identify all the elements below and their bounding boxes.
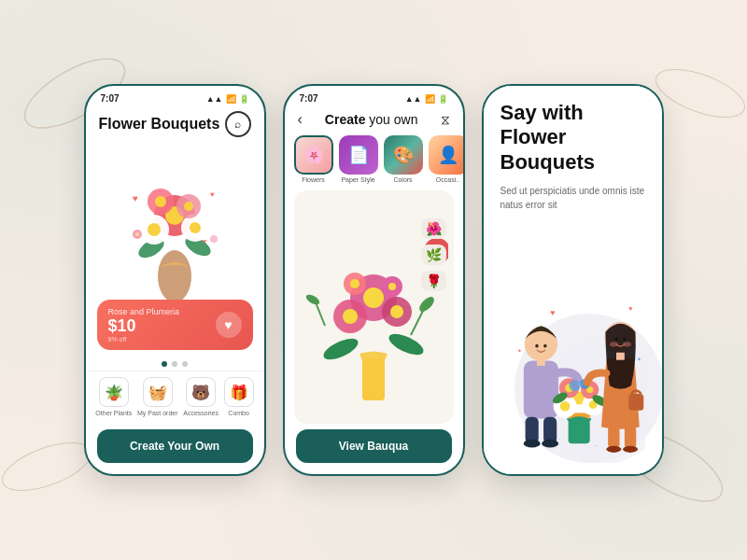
chip-img-colors: 🎨 [384, 135, 423, 175]
combo-label: Combo [228, 410, 249, 416]
svg-rect-19 [362, 358, 385, 400]
dot-1[interactable] [162, 361, 167, 367]
phone2-header: ‹ Create you own ⧖ [285, 107, 463, 135]
svg-point-25 [343, 309, 358, 324]
battery-icon-1: 🔋 [239, 94, 249, 104]
svg-rect-65 [616, 353, 625, 360]
battery-icon-2: 🔋 [438, 94, 448, 104]
category-past-order[interactable]: 🧺 My Past order [137, 377, 178, 416]
past-order-label: My Past order [137, 410, 178, 416]
category-chips: 🌸 Flowers 📄 Paper Style 🎨 Colors 👤 [285, 135, 463, 190]
svg-point-17 [135, 232, 139, 236]
accessories-label: Accessories [183, 410, 218, 416]
svg-point-18 [210, 235, 218, 243]
time-1: 7:07 [101, 93, 120, 104]
sticker-1[interactable]: 🌺 [421, 218, 446, 239]
plants-icon: 🪴 [99, 377, 129, 407]
back-button[interactable]: ‹ [298, 111, 303, 128]
filter-button[interactable]: ⧖ [441, 112, 450, 128]
svg-rect-42 [536, 359, 544, 366]
svg-text:·: · [558, 436, 560, 443]
couple-illustration: ♥ ♥ ✦ ✦ · · [500, 223, 645, 463]
phone1-header: Flower Bouquets ⌕ [86, 107, 264, 145]
category-plants[interactable]: 🪴 Other Plants [95, 377, 132, 416]
signal-icon-2: ▲▲ [405, 94, 422, 104]
phone-3: Say with Flower Bouquets Sed ut perspici… [482, 84, 664, 476]
chip-paper[interactable]: 📄 Paper Style [339, 135, 378, 183]
svg-text:✦: ✦ [637, 356, 641, 362]
sticker-3[interactable]: 🌹 [421, 271, 446, 291]
search-button[interactable]: ⌕ [225, 111, 251, 137]
product-discount: 9% off [108, 336, 180, 343]
svg-point-33 [416, 294, 436, 314]
favorite-button[interactable]: ♥ [216, 312, 242, 338]
colors-chip-icon: 🎨 [384, 135, 423, 175]
svg-point-69 [623, 446, 638, 453]
chip-img-occasion: 👤 [429, 135, 463, 175]
svg-line-34 [316, 302, 325, 326]
couple-svg: ♥ ♥ ✦ ✦ · · [500, 267, 645, 463]
category-combo[interactable]: 🎁 Combo [224, 377, 254, 416]
accessories-icon: 🐻 [186, 377, 216, 407]
svg-point-23 [363, 287, 384, 308]
product-price: $10 [108, 316, 180, 336]
past-order-icon: 🧺 [143, 377, 173, 407]
svg-point-20 [320, 334, 360, 363]
couple-svg-container: ♥ ♥ ✦ ✦ · · [500, 223, 645, 463]
svg-point-8 [190, 222, 201, 233]
card-info: Rose and Plumeria $10 9% off [108, 307, 180, 343]
paper-chip-icon: 📄 [339, 135, 378, 175]
signal-icon-1: ▲▲ [206, 94, 223, 104]
svg-text:♥: ♥ [133, 193, 138, 203]
view-bauqua-button[interactable]: View Bauqua [296, 429, 452, 463]
svg-point-73 [609, 342, 617, 346]
carousel-dots [86, 357, 264, 371]
title-rest-2: you own [369, 112, 417, 127]
chip-colors[interactable]: 🎨 Colors [384, 135, 423, 183]
sticker-2[interactable]: 🌿 [421, 245, 446, 265]
wifi-icon-1: 📶 [226, 94, 236, 104]
svg-point-68 [606, 446, 621, 453]
bouquet-area: ♥ ♥ ♥ [86, 145, 264, 300]
chip-occasion[interactable]: 👤 Occasi.. [429, 135, 463, 183]
dot-2[interactable] [172, 361, 177, 367]
svg-text:♥: ♥ [550, 308, 555, 317]
sticker-panel: 🌺 🌿 🌹 [421, 218, 446, 291]
phone-1: 7:07 ▲▲ 📶 🔋 Flower Bouquets ⌕ [84, 84, 266, 476]
chip-label-colors: Colors [393, 176, 412, 183]
svg-text:♥: ♥ [203, 238, 206, 245]
svg-point-35 [304, 293, 321, 307]
heart-icon: ♥ [224, 317, 232, 332]
svg-text:♥: ♥ [210, 190, 215, 199]
svg-rect-40 [523, 361, 557, 419]
svg-point-60 [569, 380, 580, 391]
category-accessories[interactable]: 🐻 Accessories [183, 377, 218, 416]
svg-text:♥: ♥ [628, 305, 632, 313]
svg-text:✦: ✦ [516, 347, 521, 354]
svg-point-12 [184, 202, 193, 211]
phone3-subtitle: Sed ut perspiciatis unde omnis iste natu… [500, 184, 645, 212]
svg-point-27 [390, 305, 403, 318]
chip-label-flowers: Flowers [302, 176, 325, 183]
chip-label-paper: Paper Style [341, 176, 374, 183]
dot-3[interactable] [182, 361, 188, 367]
design-canvas[interactable]: 🌺 🌿 🌹 [294, 190, 454, 424]
chip-flowers[interactable]: 🌸 Flowers [294, 135, 333, 183]
svg-point-10 [155, 196, 166, 207]
combo-icon: 🎁 [224, 377, 254, 407]
phone2-title: Create you own [325, 112, 418, 127]
product-card[interactable]: Rose and Plumeria $10 9% off ♥ [97, 300, 253, 350]
status-bar-1: 7:07 ▲▲ 📶 🔋 [86, 86, 264, 107]
status-icons-2: ▲▲ 📶 🔋 [405, 94, 448, 104]
time-2: 7:07 [300, 93, 318, 104]
create-your-own-button[interactable]: Create Your Own [97, 429, 253, 463]
phone-2: 7:07 ▲▲ 📶 🔋 ‹ Create you own ⧖ 🌸 Flowers [283, 84, 465, 476]
status-bar-2: 7:07 ▲▲ 📶 🔋 [285, 86, 463, 107]
svg-point-21 [386, 329, 426, 358]
wifi-icon-2: 📶 [425, 94, 435, 104]
svg-point-74 [623, 342, 631, 346]
title-rest: Bouquets [151, 116, 220, 132]
svg-point-47 [535, 344, 539, 348]
svg-point-31 [388, 283, 396, 290]
occasion-chip-icon: 👤 [429, 135, 463, 175]
